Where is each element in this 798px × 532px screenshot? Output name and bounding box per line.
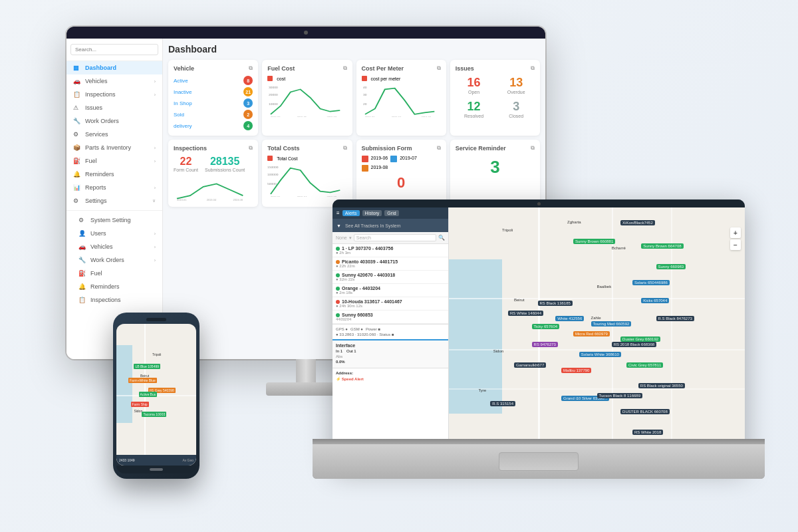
legend-2019-08	[362, 165, 368, 172]
sidebar-item-services[interactable]: ⚙ Services	[66, 128, 162, 141]
sidebar-item-inspections-sub[interactable]: 📋 Inspections	[66, 293, 162, 307]
map-marker-duster-grey[interactable]: Duster Grey 660192	[620, 336, 660, 342]
sidebar-item-parts[interactable]: 📦 Parts & Inventory ›	[66, 141, 162, 154]
cards-row-1: Vehicle ⧉ Active 8 Inactive 21	[168, 60, 540, 136]
tracker-item-4[interactable]: Orange - 4403204 ● 2m 18s	[332, 284, 448, 297]
city-label-beirut: Beirut	[514, 298, 525, 302]
sidebar-item-users[interactable]: 👤 Users ›	[66, 227, 162, 240]
tracker-item-1[interactable]: 1 · LP 307370 - 4403756 ● 2h 3m	[332, 244, 448, 257]
map-marker-rs-315154[interactable]: R.S 315154	[490, 401, 515, 406]
issues-overdue: 13 Overdue	[497, 76, 535, 94]
sidebar-item-issues[interactable]: ⚠ Issues	[66, 101, 162, 114]
map-marker-rs-black-8476[interactable]: R.S Black 8476273	[656, 316, 694, 321]
tracker-search-input[interactable]: Search	[354, 234, 436, 241]
tracker-item-2[interactable]: Picanto 403039 - 4401715 ● 22h 22m	[332, 257, 448, 271]
tracker-item-6[interactable]: Sunny 660853 4403204	[332, 311, 448, 324]
map-marker-rs-2018[interactable]: RS 2018 Black 668368	[612, 342, 656, 347]
sidebar-item-workorders[interactable]: 🔧 Work Orders	[66, 114, 162, 128]
svg-text:100000: 100000	[267, 174, 279, 177]
map-marker-solaris-white[interactable]: Solaris White 368610	[579, 352, 621, 357]
chevron-right-icon: ›	[154, 245, 156, 249]
service-reminder-title: Service Reminder ⧉	[456, 145, 535, 152]
sidebar-item-vehicles-sub[interactable]: 🚗 Vehicles ›	[66, 240, 162, 253]
external-link-icon[interactable]: ⧉	[343, 65, 347, 72]
map-marker-rs-white-146[interactable]: RS White 146044	[508, 311, 543, 316]
map-sidebar-header: ≡ Alerts History Grid	[332, 207, 448, 219]
trackpad[interactable]	[499, 452, 579, 471]
sidebar-item-fuel-sub[interactable]: ⛽ Fuel	[66, 267, 162, 280]
page-title: Dashboard	[168, 44, 540, 55]
phone-marker-farm[interactable]: Farm Ship	[131, 402, 149, 407]
sidebar-item-system-setting[interactable]: ⚙ System Setting	[66, 213, 162, 227]
map-marker-rs-black-orig[interactable]: RS Black original 36550	[638, 383, 685, 388]
map-marker-sunny-brown[interactable]: Sunny Brown 664708	[641, 243, 683, 249]
map-marker-gamarsulkh[interactable]: Gamarsulkh677	[514, 362, 546, 368]
submission-form-card: Submission Form ⧉ 2019-06 2019-07	[356, 140, 446, 207]
city-label-sidon: Sidon	[493, 349, 503, 353]
sidebar-item-dashboard[interactable]: ▦ Dashboard	[66, 61, 162, 74]
sidebar-item-settings[interactable]: ⚙ Settings ∨	[66, 194, 162, 207]
external-link-icon[interactable]: ⧉	[531, 65, 535, 72]
map-marker-sunny-660881[interactable]: Sunny Brown 660881	[573, 239, 615, 244]
map-marker-ticky[interactable]: Ticky 657604	[532, 324, 559, 329]
map-main: + − ✋ 📏 ⊞ ⚙ admin ⇗ ✕	[449, 207, 745, 466]
sidebar-item-workorders-sub[interactable]: 🔧 Work Orders ›	[66, 253, 162, 267]
search-icon[interactable]: 🔍	[438, 235, 445, 241]
map-marker-kicks-657044[interactable]: Kicks 657044	[641, 298, 669, 303]
phone-marker-farmplus[interactable]: Farm+White Blue	[128, 378, 157, 383]
external-link-icon[interactable]: ⧉	[343, 145, 347, 152]
legend-dot	[362, 76, 367, 81]
history-tab[interactable]: History	[362, 210, 382, 216]
phone-marker-active-bus[interactable]: Active Bus	[139, 392, 158, 397]
map-marker-rs-black-136[interactable]: RS Black 136185	[538, 301, 573, 306]
sidebar-item-reports[interactable]: 📊 Reports ›	[66, 181, 162, 194]
svg-text:40: 40	[362, 86, 366, 89]
chevron-right-icon: ›	[154, 146, 156, 150]
phone-marker-tacoma[interactable]: Tacoma 10003	[142, 412, 166, 417]
map-marker-civic-grey[interactable]: Civic Grey 657811	[626, 362, 663, 368]
submission-legend-2: 2019-08	[362, 165, 441, 172]
external-link-icon[interactable]: ⧉	[249, 145, 253, 152]
phone-home-indicator[interactable]	[150, 468, 163, 471]
tracker-item-3[interactable]: Sunny 420670 - 4403018 ● 32m 22s	[332, 271, 448, 284]
map-marker-tucson-black[interactable]: Tucson Black 8 116689	[597, 393, 642, 398]
map-marker-rs-9476[interactable]: RS 9476273	[532, 342, 558, 347]
legend-2019-06	[362, 156, 368, 162]
tracker-item-5[interactable]: 10-Houda 313617 - 4401467 ● 24h 30m 12s	[332, 297, 448, 311]
cost-per-meter-chart: 40 30 20 2019-02 2019-04 2019-08	[362, 84, 441, 117]
svg-text:2019-04: 2019-04	[297, 196, 307, 197]
sidebar-item-fuel[interactable]: ⛽ Fuel ›	[66, 154, 162, 168]
grid-tab[interactable]: Grid	[384, 210, 398, 216]
map-marker-solaris-650[interactable]: Solaris 650446986	[632, 280, 670, 285]
vehicle-item-delivery: delivery 4	[174, 121, 253, 130]
zoom-out-button[interactable]: −	[730, 239, 741, 250]
phone-marker-lb-blue[interactable]: LB Blue 105499	[134, 364, 160, 369]
issues-stats-grid: 16 Open 13 Overdue 12 Resolved	[456, 76, 535, 118]
sidebar-item-inspections[interactable]: 📋 Inspections ›	[66, 88, 162, 101]
sidebar-item-vehicles[interactable]: 🚗 Vehicles ›	[66, 74, 162, 88]
map-marker-micra-red[interactable]: Micra Red 660979	[573, 331, 610, 336]
workorders-sub-icon: 🔧	[78, 257, 86, 263]
search-input[interactable]	[70, 44, 158, 55]
sidebar-item-reminders-sub[interactable]: 🔔 Reminders	[66, 280, 162, 293]
map-marker-touring[interactable]: Touring Med 660592	[591, 321, 632, 327]
map-marker-malibu[interactable]: Malibu 137790	[561, 368, 591, 373]
map-marker-rs-white-2018[interactable]: RS White 2018	[632, 430, 663, 435]
external-link-icon[interactable]: ⧉	[437, 145, 441, 152]
external-link-icon[interactable]: ⧉	[437, 65, 441, 72]
zoom-in-button[interactable]: +	[730, 227, 741, 238]
signal-info: GPS ● GSM ● Power ■	[336, 327, 445, 331]
fuel-sub-icon: ⛽	[78, 270, 86, 277]
sidebar-item-reminders[interactable]: 🔔 Reminders	[66, 168, 162, 181]
external-link-icon[interactable]: ⧉	[249, 65, 253, 72]
tracker-status-dot	[336, 287, 340, 291]
alerts-tab[interactable]: Alerts	[342, 210, 360, 216]
map-marker-duster-black[interactable]: DUSTER BLACK 660708	[620, 409, 670, 414]
phone-city-beirut: Beirut	[140, 374, 149, 378]
map-marker-xikon[interactable]: XiKon/Black7452	[620, 220, 655, 225]
tracker-list: 1 · LP 307370 - 4403756 ● 2h 3m Picanto …	[332, 244, 448, 324]
inspections-icon: 📋	[73, 91, 81, 98]
map-marker-white-412556[interactable]: White 412556	[555, 316, 584, 321]
map-marker-sunny-660983[interactable]: Sunny 660983	[656, 264, 686, 269]
external-link-icon[interactable]: ⧉	[531, 145, 535, 152]
